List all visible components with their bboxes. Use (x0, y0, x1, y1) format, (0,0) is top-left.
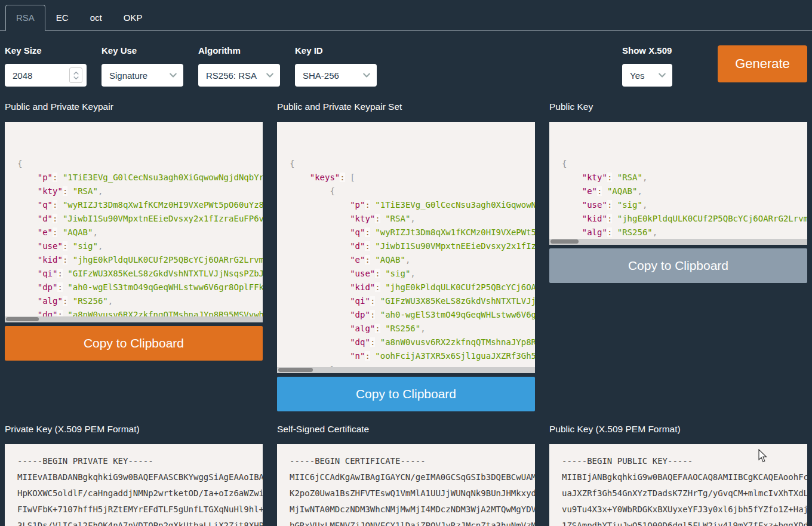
horizontal-scrollbar[interactable] (5, 316, 263, 322)
code-line: "qi": "GIFzWU3X85KeLS8zGkdVshNTXTLVJjNsq… (290, 294, 535, 308)
code-line: "d": "JiwbI1Su90VMpxtnEEieDvsxy2x1fIzraE… (17, 212, 263, 226)
keypair-set-title: Public and Private Keypair Set (277, 101, 535, 113)
pem-line: uaJXZRf3Gh54GnXYzTDadsK7ZHrTg/yGvqCM+mlm… (562, 485, 807, 502)
key-type-tabbar: RSA EC oct OKP (0, 0, 812, 31)
public-key-panel: Public Key { "kty": "RSA", "e": "AQAB", … (549, 101, 807, 283)
certificate-text: -----BEGIN CERTIFICATE-----MIIC6jCCAdKgA… (277, 444, 535, 526)
generate-button[interactable]: Generate (718, 45, 807, 82)
private-pem-title: Private Key (X.509 PEM Format) (5, 424, 263, 436)
public-pem-text: -----BEGIN PUBLIC KEY-----MIIBIjANBgkqhk… (549, 444, 807, 526)
public-pem-title: Public Key (X.509 PEM Format) (549, 424, 807, 436)
certificate-title: Self-Signed Certificate (277, 424, 535, 436)
code-line: "use": "sig", (290, 267, 535, 281)
code-line: "qi": "GIFzWU3X85KeLS8zGkdVshNTXTLVJjNsq… (17, 267, 263, 281)
show-x509-select[interactable]: Yes (622, 64, 672, 87)
code-line: "dp": "ah0-wgElS3tmO49qGeqWHLstww6V6gr8O… (17, 281, 263, 294)
pem-line: -----BEGIN PUBLIC KEY----- (562, 453, 807, 469)
tab-oct[interactable]: oct (79, 5, 113, 31)
show-x509-group: Show X.509 Yes (622, 45, 672, 87)
copy-keypair-set-button[interactable]: Copy to Clipboard (277, 377, 535, 411)
show-x509-label: Show X.509 (622, 45, 672, 56)
pem-line: 1ZSAmpdhYTiuJwO51Q00D6dql5FLW2iy4l9mY7fF… (562, 518, 807, 526)
code-line: "e": "AQAB", (17, 226, 263, 239)
key-size-input[interactable]: 2048 (5, 64, 87, 87)
code-line: "d": "JiwbI1Su90VMpxtnEEieDvsxy2x1fIzraE… (290, 239, 535, 253)
key-use-label: Key Use (102, 45, 183, 56)
code-line: "dq": "a8nW0vusv6RX2zkfnqQTMshnaJYp8R95M… (290, 336, 535, 349)
code-line: "kty": "RSA", (562, 171, 807, 184)
tab-ec[interactable]: EC (45, 5, 79, 31)
code-line: "alg": "RS256", (17, 294, 263, 308)
code-line: "use": "sig", (17, 239, 263, 253)
key-size-label: Key Size (5, 45, 87, 56)
key-use-select[interactable]: Signature (102, 64, 183, 87)
code-line: { (17, 157, 263, 171)
code-line: { (562, 157, 807, 171)
code-line: "p": "1TiE3EVg_G0lCecNsu3agh0XiGqwowNgjd… (17, 171, 263, 184)
keypair-title: Public and Private Keypair (5, 101, 263, 113)
pem-line: FIwVFbK+7107hffH5jRZtEMYrEFdTLF5gUnfLTGX… (17, 502, 263, 518)
scrollbar-thumb[interactable] (6, 317, 39, 321)
public-key-code: { "kty": "RSA", "e": "AQAB", "use": "sig… (549, 122, 807, 245)
key-id-select[interactable]: SHA-256 (295, 64, 377, 87)
code-line: "kid": "jhgE0kPldqULK0CUf2P5QBcYCj6OARrG… (290, 281, 535, 294)
tab-okp[interactable]: OKP (113, 5, 153, 31)
private-pem-text: -----BEGIN PRIVATE KEY-----MIIEvAIBADANB… (5, 444, 263, 526)
chevron-down-icon (362, 70, 371, 80)
tab-rsa[interactable]: RSA (5, 5, 45, 31)
pem-line: MIIEvAIBADANBgkqhkiG9w0BAQEFAASCBKYwggSi… (17, 469, 263, 485)
pem-line: K2poZ0Uwa1BsZHFVTEswQ1VmMlA1UUJjWUNqNk9B… (290, 485, 535, 502)
public-key-title: Public Key (549, 101, 807, 113)
certificate-panel: Self-Signed Certificate -----BEGIN CERTI… (277, 424, 535, 526)
code-line: "dp": "ah0-wgElS3tmO49qGeqWHLstww6V6gr8O… (290, 308, 535, 322)
code-line: "keys": [ (290, 171, 535, 184)
code-line: "p": "1TiE3EVg_G0lCecNsu3agh0XiGqwowNgjd… (290, 198, 535, 212)
code-line: "kty": "RSA", (17, 184, 263, 198)
key-id-group: Key ID SHA-256 (295, 45, 377, 87)
horizontal-scrollbar[interactable] (277, 367, 535, 373)
chevron-down-icon (265, 70, 275, 80)
pem-line: HpKOXWC5oldlF/caHngaddjNMNp2wrtketOD/Ia+… (17, 485, 263, 502)
chevron-down-icon (657, 70, 667, 80)
copy-keypair-button[interactable]: Copy to Clipboard (5, 326, 263, 361)
algorithm-group: Algorithm RS256: RSA (198, 45, 280, 87)
private-pem-panel: Private Key (X.509 PEM Format) -----BEGI… (5, 424, 263, 526)
pem-line: MIIBIjANBgkqhkiG9w0BAQEFAAOCAQ8AMIIBCgKC… (562, 469, 807, 485)
pem-line: vu9Tu4X3x+Y0WbRDGKxBXUyxeYFJ3y0xl6jbh5fY… (562, 502, 807, 518)
copy-public-key-button[interactable]: Copy to Clipboard (549, 248, 807, 283)
pem-line: bGRxVUxLMENVZjJQNVFCY1lDajZPQVJyRzJMcnZt… (290, 518, 535, 526)
code-line: "alg": "RS256", (290, 322, 535, 336)
keypair-set-panel: Public and Private Keypair Set { "keys":… (277, 101, 535, 411)
key-id-label: Key ID (295, 45, 377, 56)
code-line: "kty": "RSA", (290, 212, 535, 226)
algorithm-select[interactable]: RS256: RSA (198, 64, 280, 87)
code-line: "e": "AQAB", (290, 253, 535, 267)
key-size-group: Key Size 2048 (5, 45, 87, 87)
mouse-cursor (758, 449, 768, 463)
keypair-code: { "p": "1TiE3EVg_G0lCecNsu3agh0XiGqwowNg… (5, 122, 263, 322)
code-line: "alg": "RS256", (562, 226, 807, 239)
code-line: "e": "AQAB", (562, 184, 807, 198)
code-line: "n": "oohFcijA3TXR5x6Sjl1guaJXZRf3Gh54Gn… (290, 349, 535, 363)
chevron-down-icon (168, 70, 178, 80)
pem-line: -----BEGIN PRIVATE KEY----- (17, 453, 263, 469)
scrollbar-thumb[interactable] (278, 368, 313, 372)
code-line: "kid": "jhgE0kPldqULK0CUf2P5QBcYCj6OARrG… (562, 212, 807, 226)
key-use-group: Key Use Signature (102, 45, 183, 87)
horizontal-scrollbar[interactable] (549, 239, 807, 245)
number-stepper-icon[interactable] (69, 67, 82, 83)
pem-line: MjIwNTA0MDczNDM3WhcNMjMwMjI4MDczNDM3WjA2… (290, 502, 535, 518)
code-line: "use": "sig", (562, 198, 807, 212)
code-line: "kid": "jhgE0kPldqULK0CUf2P5QBcYCj6OARrG… (17, 253, 263, 267)
code-line: "q": "wyRIZJt3Dm8qXw1fKCMz0HI9VXePWt5pO6… (17, 198, 263, 212)
code-line: { (290, 157, 535, 171)
scrollbar-thumb[interactable] (550, 239, 579, 244)
code-line: "q": "wyRIZJt3Dm8qXw1fKCMz0HI9VXePWt5pO6… (290, 226, 535, 239)
jwk-generator-app: RSA EC oct OKP Key Size 2048 Key Use Sig… (0, 0, 812, 526)
code-line: { (290, 184, 535, 198)
pem-line: 3LS1Ds/VlICal2FhOK4nA7nVDTQPp2qXkUtbaLLi… (17, 518, 263, 526)
keypair-set-code: { "keys": [ { "p": "1TiE3EVg_G0lCecNsu3a… (277, 122, 535, 373)
algorithm-label: Algorithm (198, 45, 280, 56)
pem-line: MIIC6jCCAdKgAwIBAgIGAYCN/geIMA0GCSqGSIb3… (290, 469, 535, 485)
keypair-panel: Public and Private Keypair { "p": "1TiE3… (5, 101, 263, 361)
